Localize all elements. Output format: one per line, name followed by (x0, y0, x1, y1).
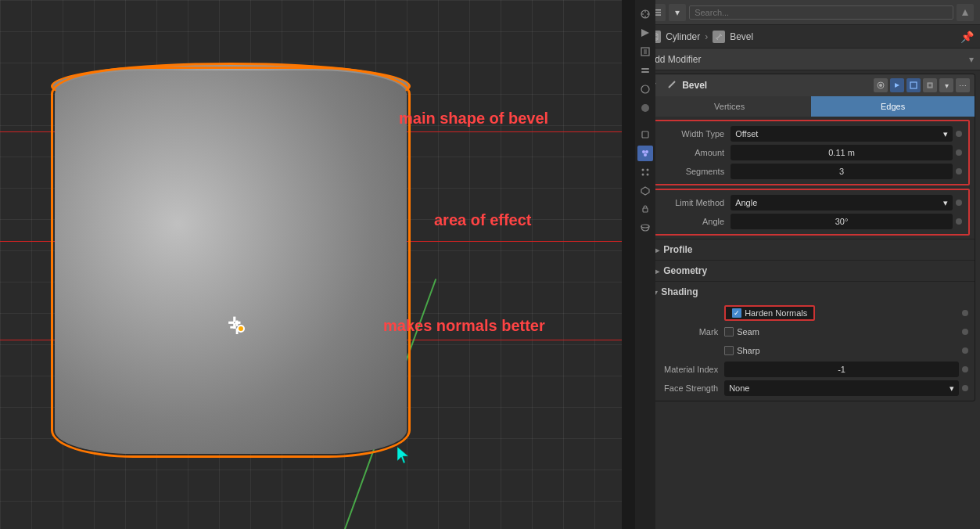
breadcrumb: Cylinder › Bevel 📌 (642, 25, 980, 49)
width-type-label: Width Type (660, 129, 731, 139)
modifier-properties-icon[interactable] (637, 146, 653, 161)
svg-rect-15 (642, 131, 648, 138)
limit-method-value[interactable]: Angle ▾ (731, 195, 953, 211)
harden-normals-dot (962, 310, 968, 316)
sharp-checkbox[interactable] (724, 346, 734, 355)
svg-point-16 (642, 150, 645, 153)
material-index-label: Material Index (654, 365, 724, 374)
harden-normals-checkbox[interactable]: ✓ (732, 308, 741, 318)
harden-normals-text: Harden Normals (745, 308, 807, 318)
modifier-expand-btn[interactable]: ▾ (939, 78, 953, 92)
modifier-tabs: Vertices Edges (648, 96, 975, 117)
angle-dot (956, 218, 962, 225)
seam-checkbox[interactable] (724, 327, 734, 336)
amount-value[interactable]: 0.11 m (731, 145, 953, 160)
left-panel-icons (635, 0, 655, 529)
angle-value[interactable]: 30° (731, 214, 953, 229)
face-strength-row: Face Strength None ▾ (648, 379, 975, 398)
divider-3 (648, 281, 975, 282)
cylinder-body (55, 70, 407, 454)
profile-section-header[interactable]: ▶ Profile (648, 241, 975, 258)
modifier-realtime-btn[interactable] (874, 78, 888, 92)
limit-section: Limit Method Angle ▾ Angle 30° (652, 189, 970, 236)
segments-value[interactable]: 3 (731, 164, 953, 179)
width-type-dot (956, 131, 962, 137)
data-properties-icon[interactable] (637, 221, 653, 236)
render-properties-icon[interactable] (637, 25, 653, 41)
modifier-more-btn[interactable]: ⋯ (956, 78, 970, 92)
modifier-header: ▾ Bevel (648, 74, 975, 96)
divider-2 (648, 260, 975, 261)
face-strength-value[interactable]: None ▾ (724, 380, 959, 396)
output-properties-icon[interactable] (637, 44, 653, 59)
svg-point-21 (642, 174, 644, 176)
seam-item: Seam (724, 327, 759, 336)
angle-row: Angle 30° (654, 212, 968, 231)
svg-point-24 (641, 225, 649, 228)
face-strength-label: Face Strength (654, 383, 724, 393)
modifier-type-icon (666, 79, 679, 92)
shading-content: ✓ Harden Normals Mark Seam (648, 300, 975, 401)
search-input[interactable] (689, 5, 953, 20)
svg-point-14 (641, 104, 649, 112)
cylinder-object: ✛ (39, 47, 422, 470)
geometry-section-header[interactable]: ▶ Geometry (648, 262, 975, 279)
add-modifier-arrow: ▾ (969, 54, 974, 65)
svg-point-19 (642, 169, 644, 171)
geometry-label: Geometry (663, 265, 707, 276)
mark-row: Mark Seam (648, 322, 975, 341)
pin-icon[interactable]: 📌 (960, 31, 974, 43)
divider-1 (648, 239, 975, 239)
svg-marker-34 (895, 83, 899, 88)
width-type-value[interactable]: Offset ▾ (731, 126, 953, 142)
svg-rect-12 (641, 71, 649, 73)
svg-rect-23 (643, 208, 648, 212)
svg-rect-35 (910, 82, 917, 88)
view-layer-icon[interactable] (637, 63, 653, 78)
object-properties-icon[interactable] (637, 127, 653, 142)
modifier-render-btn[interactable] (890, 78, 904, 92)
bevel-icon (713, 31, 725, 43)
material-index-dot (962, 366, 968, 372)
viewport[interactable]: ✛ main shape of bevel area of effect mak… (0, 0, 622, 529)
amount-row: Amount 0.11 m (654, 143, 968, 162)
modifier-editmode-btn[interactable] (906, 78, 921, 92)
add-modifier-button[interactable]: Add Modifier ▾ (642, 49, 980, 70)
tab-vertices[interactable]: Vertices (648, 96, 811, 117)
svg-marker-0 (397, 447, 408, 463)
particles-icon[interactable] (637, 164, 653, 180)
scene-properties-icon[interactable] (637, 6, 653, 22)
physics-icon[interactable] (637, 183, 653, 199)
svg-point-13 (641, 85, 649, 93)
limit-method-row: Limit Method Angle ▾ (654, 193, 968, 212)
svg-marker-28 (962, 9, 968, 16)
scene-icon[interactable] (637, 81, 653, 97)
sharp-label: Sharp (737, 346, 759, 355)
segments-label: Segments (660, 167, 731, 176)
seam-label: Seam (737, 327, 759, 336)
segments-row: Segments 3 (654, 162, 968, 181)
toolbar-menu-btn[interactable]: ▾ (669, 4, 686, 21)
tab-edges[interactable]: Edges (811, 96, 975, 117)
bevel-modifier: ▾ Bevel (647, 74, 975, 401)
properties-panel: ▾ Cylinder › Bevel 📌 Add Modifier ▾ ▾ (642, 0, 980, 529)
material-index-value[interactable]: -1 (724, 362, 959, 377)
breadcrumb-separator: › (705, 31, 708, 42)
material-index-row: Material Index -1 (648, 360, 975, 379)
cursor-dot (237, 325, 245, 333)
world-icon[interactable] (637, 100, 653, 116)
mark-label: Mark (654, 327, 724, 336)
mark-seam-dot (962, 329, 968, 335)
segments-dot (956, 168, 962, 175)
harden-normals-box[interactable]: ✓ Harden Normals (724, 305, 815, 321)
breadcrumb-modifier: Bevel (730, 31, 753, 42)
constraints-icon[interactable] (637, 202, 653, 218)
toolbar-expand-btn[interactable] (957, 4, 974, 21)
breadcrumb-object: Cylinder (666, 31, 700, 42)
shading-section-header[interactable]: ▾ Shading (648, 283, 975, 300)
profile-label: Profile (663, 244, 692, 255)
modifier-cage-btn[interactable] (923, 78, 937, 92)
mouse-cursor (397, 447, 410, 466)
svg-rect-11 (641, 68, 649, 70)
panel-toolbar: ▾ (642, 0, 980, 25)
